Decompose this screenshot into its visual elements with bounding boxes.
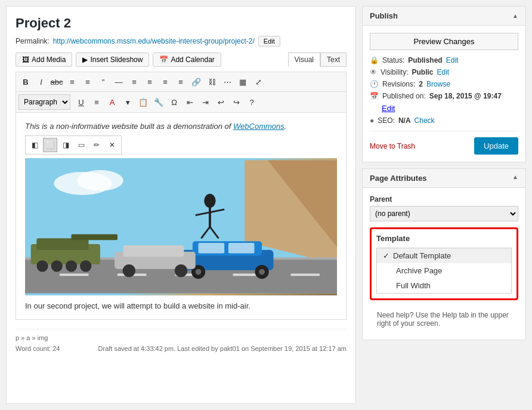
- preview-changes-button[interactable]: Preview Changes: [370, 33, 518, 50]
- status-icon: 🔒: [370, 56, 379, 64]
- svg-rect-28: [123, 245, 184, 257]
- template-fullwidth-label: Full Width: [396, 281, 431, 290]
- editor-tabs: Visual Text: [288, 53, 347, 67]
- publish-box: Publish ▲ Preview Changes 🔒 Status: Publ…: [362, 6, 526, 162]
- page-attributes-collapse-icon[interactable]: ▲: [512, 174, 518, 183]
- revisions-icon: 🕐: [370, 80, 379, 88]
- align-center-icon[interactable]: ≡: [143, 75, 157, 89]
- revisions-browse-link[interactable]: Browse: [426, 80, 450, 88]
- update-button[interactable]: Update: [474, 137, 518, 155]
- image-toolbar: ◧ ⬜ ◨ ▭ ✏ ✕: [25, 135, 122, 155]
- insert-slideshow-button[interactable]: ▶ Insert Slideshow: [76, 53, 149, 67]
- indent-icon[interactable]: ⇥: [198, 95, 212, 109]
- img-edit-btn[interactable]: ✏: [89, 138, 104, 152]
- table-icon[interactable]: ▦: [236, 75, 250, 89]
- page-attributes-content: Parent (no parent) Template ✓ Default Te…: [363, 188, 525, 340]
- visibility-edit-link[interactable]: Edit: [437, 68, 449, 76]
- published-value: Sep 18, 2015 @ 19:47: [429, 92, 502, 100]
- publish-actions: Move to Trash Update: [370, 131, 518, 155]
- blockquote-icon[interactable]: ": [96, 75, 110, 89]
- parent-select[interactable]: (no parent): [370, 206, 518, 221]
- word-count: Word count: 24: [16, 345, 60, 352]
- paragraph-select[interactable]: Paragraph: [18, 94, 70, 110]
- align-right-icon[interactable]: ≡: [158, 75, 172, 89]
- template-option-archive[interactable]: Archive Page: [377, 263, 511, 278]
- template-option-default[interactable]: ✓ Default Template: [377, 248, 511, 263]
- page-attributes-header: Page Attributes ▲: [363, 169, 525, 188]
- permalink-edit-button[interactable]: Edit: [258, 36, 280, 47]
- status-value: Published: [408, 56, 442, 64]
- custom-char-icon[interactable]: 🔧: [151, 95, 166, 109]
- editor-content-text: This is a non-informative website built …: [25, 122, 337, 131]
- seo-row: ● SEO: N/A Check: [370, 116, 518, 125]
- editor-toolbar-1: B I abc ≡ ≡ " — ≡ ≡ ≡ ≡ 🔗 ⛓ ⋯ ▦ ⤢: [16, 72, 347, 92]
- horizontal-rule-icon[interactable]: —: [112, 75, 126, 89]
- special-char-icon[interactable]: Ω: [167, 95, 181, 109]
- visual-tab[interactable]: Visual: [288, 53, 320, 67]
- text-color-icon[interactable]: A: [105, 95, 119, 109]
- outdent-icon[interactable]: ⇤: [183, 95, 197, 109]
- permalink-label: Permalink:: [16, 37, 50, 45]
- paste-text-icon[interactable]: 📋: [136, 95, 150, 109]
- svg-point-18: [80, 260, 91, 272]
- template-archive-label: Archive Page: [396, 266, 442, 275]
- move-to-trash-button[interactable]: Move to Trash: [370, 142, 415, 150]
- revisions-row: 🕐 Revisions: 2 Browse: [370, 80, 518, 88]
- svg-point-15: [36, 260, 48, 272]
- editor-bottom-text: In our second project, we will attempt t…: [25, 301, 337, 310]
- insert-read-more-icon[interactable]: ⋯: [220, 75, 234, 89]
- slideshow-icon: ▶: [82, 56, 88, 64]
- published-edit-link[interactable]: Edit: [382, 104, 395, 113]
- svg-point-16: [51, 260, 63, 272]
- help-icon[interactable]: ?: [245, 95, 259, 109]
- svg-point-17: [66, 260, 77, 272]
- publish-title: Publish: [370, 11, 398, 20]
- add-calendar-button[interactable]: 📅 Add Calendar: [153, 53, 221, 67]
- unlink-icon[interactable]: ⛓: [205, 75, 219, 89]
- img-align-center-btn[interactable]: ⬜: [43, 138, 57, 152]
- unordered-list-icon[interactable]: ≡: [65, 75, 79, 89]
- calendar-icon: 📅: [159, 56, 168, 64]
- align-left-icon[interactable]: ≡: [127, 75, 141, 89]
- published-icon: 📅: [370, 92, 379, 100]
- webcommons-link[interactable]: WebCommons: [233, 122, 284, 131]
- img-align-left-btn[interactable]: ◧: [27, 138, 42, 152]
- ordered-list-icon[interactable]: ≡: [81, 75, 95, 89]
- link-icon[interactable]: 🔗: [189, 75, 203, 89]
- permalink-row: Permalink: http://webcommons.mssm.edu/we…: [16, 36, 347, 47]
- svg-rect-7: [60, 273, 88, 276]
- word-count-row: Word count: 24 Draft saved at 4:33:42 pm…: [16, 345, 347, 352]
- bold-icon[interactable]: B: [18, 75, 33, 89]
- editor-area[interactable]: This is a non-informative website built …: [16, 113, 347, 320]
- justify-icon[interactable]: ≡: [89, 95, 104, 109]
- strikethrough-icon[interactable]: abc: [50, 75, 64, 89]
- breadcrumb: p » a » img: [16, 329, 347, 341]
- underline-icon[interactable]: U: [74, 95, 88, 109]
- img-delete-btn[interactable]: ✕: [105, 138, 119, 152]
- publish-collapse-icon[interactable]: ▲: [512, 13, 518, 19]
- fullscreen-icon[interactable]: ⤢: [251, 75, 265, 89]
- seo-check-link[interactable]: Check: [415, 116, 435, 125]
- svg-point-29: [123, 264, 135, 277]
- italic-icon[interactable]: I: [34, 75, 48, 89]
- redo-icon[interactable]: ↪: [229, 95, 243, 109]
- editor-toolbar-2: Paragraph U ≡ A ▾ 📋 🔧 Ω ⇤ ⇥ ↩ ↪ ?: [16, 92, 347, 113]
- template-dropdown[interactable]: ✓ Default Template Archive Page Full Wid…: [376, 248, 512, 294]
- svg-point-2: [77, 170, 123, 191]
- undo-icon[interactable]: ↩: [214, 95, 228, 109]
- media-toolbar: 🖼 Add Media ▶ Insert Slideshow 📅 Add Cal…: [16, 53, 347, 67]
- text-tab[interactable]: Text: [320, 53, 347, 67]
- status-edit-link[interactable]: Edit: [446, 56, 459, 64]
- img-no-align-btn[interactable]: ▭: [74, 138, 88, 152]
- add-media-button[interactable]: 🖼 Add Media: [16, 53, 72, 67]
- svg-rect-21: [199, 243, 225, 253]
- permalink-url[interactable]: http://webcommons.mssm.edu/website-inter…: [53, 37, 255, 45]
- page-title: Project 2: [16, 16, 347, 31]
- template-option-fullwidth[interactable]: Full Width: [377, 278, 511, 293]
- visibility-row: 👁 Visibility: Public Edit: [370, 68, 518, 76]
- align-justify-icon[interactable]: ≡: [174, 75, 188, 89]
- color-picker-arrow[interactable]: ▾: [120, 95, 135, 109]
- checkmark-icon: ✓: [383, 251, 389, 260]
- page-attributes-title: Page Attributes: [370, 174, 427, 183]
- img-align-right-btn[interactable]: ◨: [58, 138, 73, 152]
